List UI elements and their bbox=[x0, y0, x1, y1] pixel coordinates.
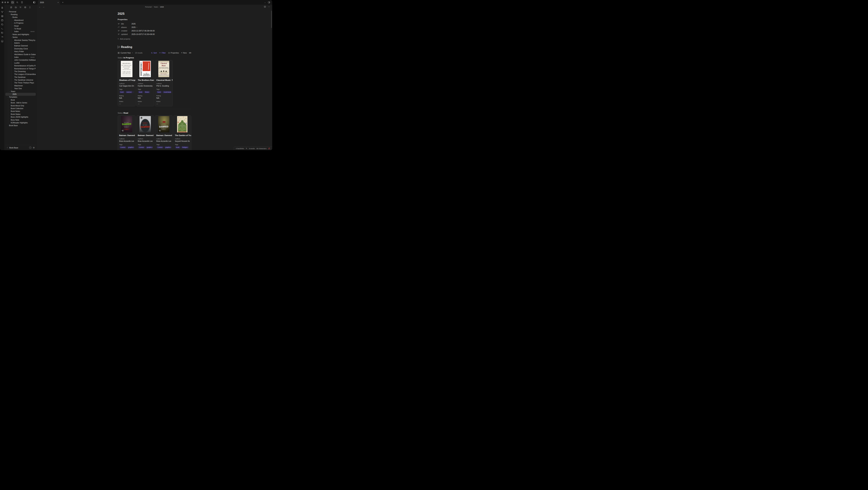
book-card[interactable]: DC AZZARELLO BERMEJO BATMAN DAMNED Batma… bbox=[136, 115, 154, 150]
dashboard-icon[interactable] bbox=[1, 15, 4, 18]
sort-order-icon[interactable] bbox=[19, 6, 22, 9]
tree-item[interactable]: Remembrance of Earths Past bbox=[5, 64, 36, 67]
code-view-icon[interactable]: </> bbox=[189, 52, 191, 54]
tree-item[interactable]: Book bbox=[5, 98, 36, 101]
properties-heading[interactable]: Properties bbox=[118, 19, 191, 21]
tag-pill[interactable]: music/western/cl bbox=[162, 91, 171, 93]
scrollbar-thumb[interactable] bbox=[271, 10, 272, 28]
book-title[interactable]: The Garden of Truth bbox=[174, 133, 191, 136]
close-window-button[interactable] bbox=[2, 2, 3, 3]
book-title[interactable]: Batman: Damned ... bbox=[118, 133, 135, 136]
character-count[interactable]: 69 characters bbox=[256, 147, 267, 149]
templater-icon[interactable]: <% bbox=[1, 36, 4, 38]
book-title[interactable]: Batman: Damned #1 bbox=[136, 133, 154, 136]
tree-item[interactable]: Asterix bbox=[5, 41, 36, 44]
property-value[interactable]: 2025 bbox=[132, 26, 135, 28]
tree-item[interactable]: The Dreaming bbox=[5, 70, 36, 73]
tag-pill[interactable]: pop bbox=[133, 91, 134, 93]
property-row-title[interactable]: title 2025 bbox=[118, 22, 191, 26]
tree-item[interactable]: 2025 bbox=[5, 93, 36, 95]
chevron-down-icon[interactable]: › bbox=[7, 96, 9, 98]
file-search-icon[interactable] bbox=[1, 6, 4, 9]
tag-pill[interactable]: Comics bbox=[138, 146, 145, 149]
tab-list-chevron-icon[interactable]: ⌄ bbox=[265, 1, 266, 3]
new-note-icon[interactable] bbox=[10, 6, 13, 9]
tab-2025[interactable]: 2025 × bbox=[38, 0, 60, 5]
edit-mode-icon[interactable]: ✎ bbox=[246, 147, 247, 149]
note-title[interactable]: 2025 bbox=[118, 12, 191, 16]
tree-item[interactable]: ›Series bbox=[5, 36, 36, 39]
property-name[interactable]: aliases bbox=[121, 26, 132, 28]
chevron-down-icon[interactable]: › bbox=[9, 14, 11, 16]
new-entry-button[interactable]: + New bbox=[181, 52, 187, 54]
property-row-updated[interactable]: updated 2025-10-03T17:41:50+06:00 bbox=[118, 32, 191, 36]
tree-item[interactable]: Boox JSON highlights bbox=[5, 116, 36, 118]
tree-item[interactable]: ›Read bbox=[5, 25, 36, 27]
tree-item[interactable]: Book About Only bbox=[5, 104, 36, 107]
tree-item[interactable]: ›To Read bbox=[5, 27, 36, 30]
zoom-window-button[interactable] bbox=[7, 2, 9, 3]
tree-item[interactable]: John Constantine Hellblazer bbox=[5, 59, 36, 61]
tree-item[interactable]: The Three Theban Plays bbox=[5, 82, 36, 84]
book-card[interactable]: THE GARDEN OF TRUTH The Vision and Promi… bbox=[174, 115, 191, 150]
tree-item[interactable]: KOReader Highlights bbox=[5, 121, 36, 124]
book-card[interactable]: Classical Music The 50 Greatest Composer… bbox=[155, 60, 173, 106]
sync-off-icon[interactable] bbox=[268, 147, 270, 149]
tree-item[interactable]: ›Years bbox=[5, 90, 36, 93]
tag-pill[interactable]: book bbox=[175, 146, 181, 149]
book-card[interactable]: BATMAN DAMNED AZZARELLO BERMEJO DC Batma… bbox=[118, 115, 135, 150]
word-count[interactable]: 9 words bbox=[249, 147, 255, 149]
book-icon[interactable] bbox=[1, 40, 4, 42]
terminal-icon[interactable] bbox=[1, 27, 4, 30]
tree-item[interactable]: Absolute Swamp Thing by Ala... bbox=[5, 39, 36, 41]
tree-item[interactable]: Book Notes bbox=[5, 110, 36, 113]
tree-item[interactable]: ›Personal bbox=[5, 10, 36, 13]
book-title[interactable]: Shadows of Forgo... bbox=[118, 78, 135, 81]
more-options-icon[interactable]: ⋯ bbox=[268, 5, 270, 8]
search-tab-icon[interactable] bbox=[16, 1, 19, 4]
breadcrumb-current[interactable]: 2025 bbox=[160, 6, 164, 8]
reading-mode-icon[interactable] bbox=[264, 6, 266, 8]
nav-forward-icon[interactable]: → bbox=[42, 5, 44, 8]
chevron-right-icon[interactable]: › bbox=[12, 22, 14, 24]
tag-pill[interactable]: Comics bbox=[156, 146, 164, 149]
tree-item[interactable]: IndexBASE bbox=[5, 56, 36, 59]
graph-view-icon[interactable] bbox=[1, 10, 4, 13]
book-card[interactable]: DOSTOEVSKY FIRST AVENUE classics THE bro… bbox=[136, 60, 154, 106]
chevron-down-icon[interactable]: › bbox=[10, 17, 12, 18]
calendar-icon[interactable] bbox=[1, 19, 4, 22]
tree-item[interactable]: Book Base bbox=[5, 124, 36, 127]
properties-button[interactable]: Properties bbox=[168, 52, 179, 54]
tree-item[interactable]: Year One bbox=[5, 87, 36, 90]
new-tab-button[interactable]: + bbox=[62, 1, 64, 4]
chevron-down-icon[interactable]: › bbox=[10, 36, 12, 38]
tree-item[interactable]: Watchmen bbox=[5, 84, 36, 87]
property-name[interactable]: updated bbox=[121, 33, 132, 35]
tree-item[interactable]: Book Status bbox=[5, 113, 36, 116]
tree-item[interactable]: Lucifer bbox=[5, 61, 36, 64]
tab-close-icon[interactable]: × bbox=[58, 1, 59, 3]
files-tab-icon[interactable] bbox=[11, 1, 14, 4]
view-selector[interactable]: Current Year bbox=[118, 52, 133, 54]
property-name[interactable]: created bbox=[121, 30, 132, 32]
tree-item[interactable]: Doomsday Clock bbox=[5, 47, 36, 50]
chevron-down-icon[interactable]: › bbox=[9, 90, 11, 92]
fold-options-icon[interactable] bbox=[24, 6, 27, 9]
property-row-created[interactable]: created 2023-12-28T17:06:38+06:00 bbox=[118, 29, 191, 32]
chevron-down-icon[interactable]: › bbox=[7, 11, 9, 12]
property-value[interactable]: 2025-10-03T17:41:50+06:00 bbox=[132, 33, 155, 35]
filter-button[interactable]: Filter bbox=[159, 52, 166, 54]
bookmarks-tab-icon[interactable] bbox=[20, 1, 24, 4]
chevron-right-icon[interactable]: › bbox=[12, 28, 14, 30]
tree-item[interactable]: Batman Damned bbox=[5, 45, 36, 47]
help-icon[interactable]: ? bbox=[29, 146, 31, 149]
tree-item[interactable]: The Sandman bbox=[5, 76, 36, 79]
property-row-aliases[interactable]: aliases 2025 × bbox=[118, 26, 191, 29]
tag-pill[interactable]: Religion bbox=[181, 146, 189, 149]
tree-item[interactable]: ›Reading bbox=[5, 13, 36, 16]
tree-item[interactable]: Harry Potter bbox=[5, 50, 36, 53]
minimize-window-button[interactable] bbox=[4, 2, 6, 3]
tree-item[interactable]: The Sandman Universe bbox=[5, 79, 36, 81]
right-sidebar-toggle-icon[interactable] bbox=[268, 1, 270, 3]
tree-item[interactable]: Book - Add to Series bbox=[5, 102, 36, 104]
